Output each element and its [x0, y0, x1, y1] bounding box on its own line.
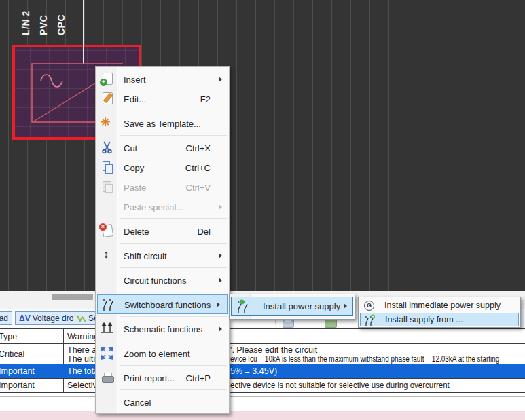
- menu-separator: [120, 135, 227, 136]
- menu-item-edit[interactable]: Edit... F2: [96, 89, 229, 109]
- menu-item-switchboard-functions[interactable]: Switchboard functions: [97, 294, 228, 314]
- panel-divider: [0, 396, 525, 397]
- submenu-item-install-immediate-power-supply[interactable]: G Install immediate power supply: [360, 299, 519, 312]
- supply-from-icon: [363, 314, 376, 326]
- menu-separator: [120, 267, 227, 268]
- cable-label-cpc: CPC: [56, 14, 67, 35]
- menu-item-copy[interactable]: Copy Ctrl+C: [96, 157, 229, 177]
- menu-separator: [120, 243, 227, 244]
- submenu-item-install-supply-from[interactable]: Install supply from ...: [360, 313, 519, 326]
- submenu-arrow-icon: [344, 303, 347, 309]
- schematic-functions-icon: [100, 322, 114, 336]
- paste-icon: [100, 180, 114, 194]
- template-icon: ☀: [100, 116, 114, 130]
- cable-label-pvc: PVC: [38, 15, 49, 35]
- schematic-canvas[interactable]: L/N 2 PVC CPC: [0, 0, 525, 291]
- tab-voltage-drop-label: Voltage drop: [33, 313, 78, 323]
- column-divider: [63, 379, 64, 392]
- shift-circuit-icon: ↕: [100, 248, 114, 263]
- circuit-wire: [83, 0, 84, 64]
- menu-item-schematic-functions[interactable]: Schematic functions: [96, 319, 229, 339]
- scrollbar-thumb[interactable]: [52, 294, 93, 300]
- app-window: L/N 2 PVC CPC ad ΔV Voltage drop Se Type…: [0, 0, 525, 420]
- column-header-warning: Warning: [67, 332, 98, 341]
- warning-type: Critical: [1, 349, 24, 359]
- menu-separator: [120, 111, 227, 111]
- warning-text: The tota: [67, 366, 98, 376]
- cable-label-ln: L/N 2: [20, 10, 31, 35]
- submenu-arrow-icon: [219, 77, 222, 82]
- warning-row-critical[interactable]: Critical There ar The ultim '. Please ed…: [0, 344, 525, 364]
- menu-item-cut[interactable]: Cut Ctrl+X: [96, 138, 229, 157]
- menu-separator: [120, 316, 227, 317]
- warning-row-important-selected[interactable]: Important The tota 5% = 3.45V): [0, 364, 525, 379]
- warning-text: evice Icu = 10kA is less than the maximu…: [230, 354, 499, 364]
- menu-separator: [120, 218, 227, 219]
- menu-item-insert[interactable]: + Insert: [96, 69, 229, 89]
- warning-type: Important: [1, 366, 35, 376]
- column-divider: [63, 344, 64, 364]
- print-icon: [100, 370, 114, 385]
- menu-separator: [120, 365, 227, 366]
- menu-item-zoom-to-element[interactable]: Zoom to element: [96, 343, 229, 363]
- switchboard-functions-icon: [101, 298, 115, 312]
- warning-text: '. Please edit the circuit: [230, 345, 317, 355]
- warning-text: ective device is not suitable for select…: [230, 381, 450, 390]
- menu-item-shift-circuit[interactable]: ↕ Shift circuit: [96, 246, 229, 265]
- selectivity-icon: [77, 314, 86, 322]
- submenu-arrow-icon: [219, 253, 222, 259]
- column-divider[interactable]: [63, 329, 64, 343]
- context-menu: + Insert Edit... F2 ☀ Save as Template..…: [95, 66, 230, 414]
- menu-item-circuit-functions[interactable]: Circuit functions: [96, 270, 229, 290]
- warnings-table-header: Type Warning: [0, 328, 525, 344]
- submenu-arrow-icon: [219, 326, 222, 332]
- bottom-status-strip: [0, 411, 525, 420]
- submenu-switchboard-functions: Install power supply: [229, 294, 355, 320]
- menu-item-paste[interactable]: Paste Ctrl+V: [96, 177, 229, 197]
- warning-text: 5% = 3.45V): [230, 366, 277, 376]
- warnings-table: Type Warning Critical There ar The ultim…: [0, 328, 525, 393]
- warning-text: Selectivi: [67, 381, 99, 390]
- column-header-type: Type: [1, 332, 17, 341]
- cut-icon: [100, 140, 114, 155]
- menu-item-delete[interactable]: × Delete Del: [96, 221, 229, 241]
- tab-load-label: ad: [0, 313, 8, 323]
- menu-separator: [120, 389, 227, 390]
- power-supply-icon: [235, 299, 249, 313]
- menu-item-cancel[interactable]: Cancel: [96, 392, 229, 412]
- warning-type: Important: [1, 381, 35, 390]
- menu-item-print-report[interactable]: Print report... Ctrl+P: [96, 368, 229, 387]
- menu-item-save-as-template[interactable]: ☀ Save as Template...: [96, 113, 229, 133]
- submenu-arrow-icon: [217, 302, 220, 307]
- submenu-arrow-icon: [219, 204, 222, 210]
- edit-icon: [100, 92, 114, 106]
- tab-load[interactable]: ad: [0, 311, 12, 325]
- menu-item-paste-special[interactable]: Paste special...: [96, 197, 229, 216]
- insert-icon: +: [100, 72, 114, 86]
- generator-icon: G: [363, 299, 375, 311]
- delete-icon: ×: [100, 224, 114, 238]
- copy-icon: [100, 160, 114, 174]
- submenu-install-power-supply: G Install immediate power supply Install…: [358, 297, 521, 328]
- zoom-to-element-icon: [100, 346, 114, 360]
- menu-separator: [120, 292, 227, 292]
- submenu-arrow-icon: [219, 278, 222, 283]
- menu-separator: [120, 341, 227, 341]
- warning-row-important[interactable]: Important Selectivi ective device is not…: [0, 379, 525, 393]
- submenu-item-install-power-supply[interactable]: Install power supply: [231, 297, 353, 316]
- delta-v-icon: ΔV: [19, 313, 31, 323]
